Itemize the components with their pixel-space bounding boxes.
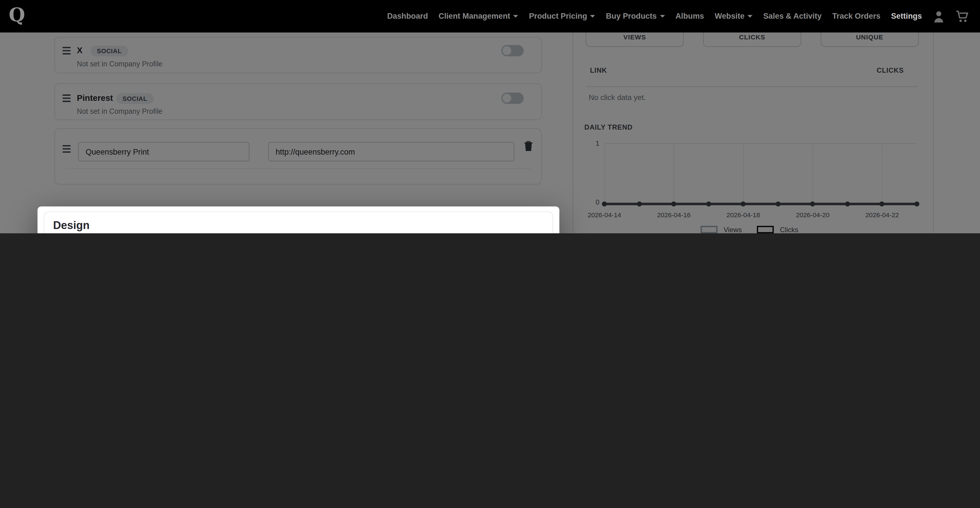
- nav-item-client-management[interactable]: Client Management: [439, 12, 519, 21]
- design-modal: Design BIO FONT FAMILY BUTTON FONT FAMIL…: [38, 207, 560, 233]
- nav-item-product-pricing[interactable]: Product Pricing: [529, 12, 595, 21]
- nav-item-buy-products[interactable]: Buy Products: [606, 12, 665, 21]
- nav-item-albums[interactable]: Albums: [675, 12, 704, 21]
- modal-backdrop[interactable]: [0, 32, 980, 233]
- nav-icons: [933, 0, 969, 32]
- user-icon[interactable]: [933, 10, 944, 22]
- app-window: Q DashboardClient ManagementProduct Pric…: [0, 0, 980, 233]
- chevron-down-icon: [590, 15, 595, 18]
- nav-item-sales-activity[interactable]: Sales & Activity: [763, 12, 821, 21]
- cart-icon[interactable]: [956, 10, 969, 22]
- nav-item-settings[interactable]: Settings: [891, 12, 922, 21]
- nav-menu: DashboardClient ManagementProduct Pricin…: [387, 0, 922, 32]
- chevron-down-icon: [660, 15, 665, 18]
- nav-item-dashboard[interactable]: Dashboard: [387, 12, 428, 21]
- top-navbar: Q DashboardClient ManagementProduct Pric…: [0, 0, 980, 32]
- chevron-down-icon: [748, 15, 752, 18]
- chevron-down-icon: [513, 15, 518, 18]
- modal-title: Design: [53, 219, 89, 232]
- nav-item-track-orders[interactable]: Track Orders: [832, 12, 880, 21]
- brand-logo[interactable]: Q: [9, 4, 25, 26]
- design-modal-frame: [44, 211, 553, 233]
- nav-item-website[interactable]: Website: [715, 12, 752, 21]
